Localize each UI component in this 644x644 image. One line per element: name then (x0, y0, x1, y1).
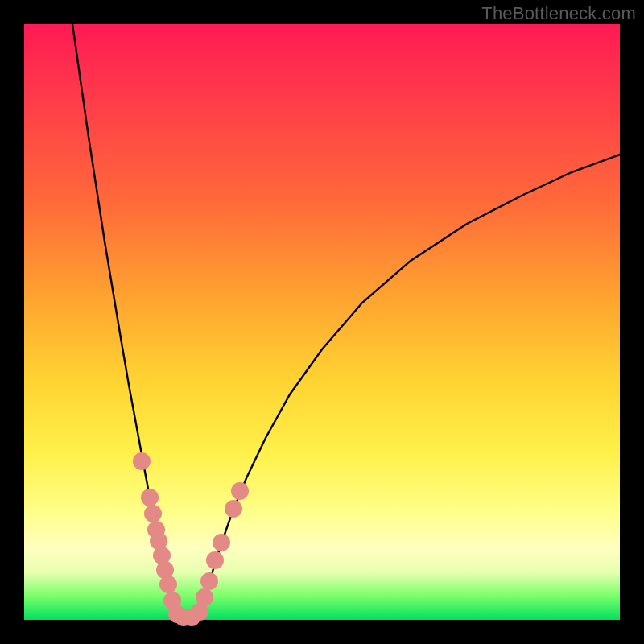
scatter-dot (213, 534, 230, 551)
chart-svg (24, 24, 620, 620)
scatter-dot (196, 588, 213, 606)
scatter-dot (200, 572, 218, 590)
scatter-dot (225, 500, 242, 518)
scatter-dot (206, 551, 224, 569)
right-curve (197, 155, 620, 620)
scatter-dot (231, 482, 249, 500)
plot-area (24, 24, 620, 620)
scatter-dot (159, 576, 177, 593)
outer-frame: TheBottleneck.com (0, 0, 644, 644)
watermark-text: TheBottleneck.com (481, 3, 636, 24)
scatter-dots (133, 452, 249, 626)
scatter-dot (133, 452, 151, 470)
scatter-dot (144, 505, 162, 522)
scatter-dot (141, 489, 159, 506)
